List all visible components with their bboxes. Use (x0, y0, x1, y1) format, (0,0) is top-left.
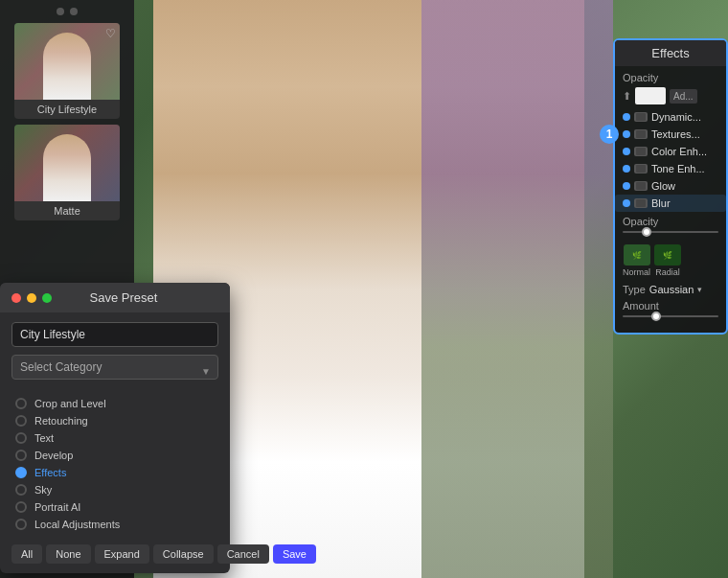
effects-panel-header: Effects (615, 40, 726, 66)
effect-name-glow: Glow (651, 180, 675, 192)
preset-name-input[interactable] (11, 322, 218, 347)
flower-background (421, 0, 613, 578)
effect-row-glow[interactable]: Glow (615, 177, 726, 195)
cancel-button[interactable]: Cancel (217, 544, 269, 564)
effect-row-color-enh[interactable]: Color Enh... (615, 143, 726, 160)
svg-rect-3 (636, 165, 646, 173)
category-select[interactable]: Select Category (11, 355, 218, 380)
opacity-section: Opacity ⬆ Ad... (615, 66, 726, 108)
category-item-text[interactable]: Text (11, 429, 218, 447)
opacity-ad-button[interactable]: Ad... (670, 89, 697, 104)
cat-label-crop: Crop and Level (34, 398, 106, 409)
effect-name-tone-enh: Tone Enh... (651, 163, 705, 174)
all-button[interactable]: All (11, 544, 42, 564)
effect-row-blur[interactable]: Blur (615, 195, 726, 212)
effect-row-textures[interactable]: 1 Textures... (615, 126, 726, 143)
traffic-light-yellow[interactable] (27, 293, 36, 303)
thumbnail-label-1: City Lifestyle (14, 100, 120, 119)
badge-1: 1 (600, 125, 619, 144)
blur-opacity-thumb[interactable] (642, 227, 651, 237)
blur-normal-icon: 🌿 (624, 244, 650, 266)
save-button[interactable]: Save (273, 544, 316, 564)
svg-rect-4 (636, 182, 646, 190)
effect-dot-blur (623, 199, 630, 207)
thumbnail-matte[interactable]: Matte (14, 125, 120, 220)
category-item-effects[interactable]: Effects (11, 464, 218, 481)
amount-row: Amount (615, 298, 726, 323)
thumbnail-img-1: ♡ (14, 23, 120, 100)
blur-type-normal[interactable]: 🌿 Normal (623, 244, 650, 277)
type-value: Gaussian (649, 284, 694, 295)
category-item-develop[interactable]: Develop (11, 447, 218, 464)
effects-panel: Effects Opacity ⬆ Ad... Dynamic... 1 Tex… (613, 38, 728, 335)
cat-label-portrait-ai: Portrait AI (34, 501, 80, 513)
cat-radio-retouching (15, 415, 27, 427)
category-select-wrapper: Select Category ▼ (11, 355, 218, 387)
blur-type-icons: 🌿 Normal 🌿 Radial (615, 241, 726, 281)
traffic-light-red[interactable] (11, 293, 21, 303)
blur-opacity-label: Opacity (623, 216, 718, 227)
category-item-sky[interactable]: Sky (11, 481, 218, 498)
category-list: Crop and Level Retouching Text Develop E… (11, 395, 218, 533)
cat-radio-effects (15, 467, 27, 478)
opacity-box (635, 87, 666, 104)
collapse-button[interactable]: Collapse (153, 544, 214, 564)
opacity-row: ⬆ Ad... (623, 87, 718, 104)
effect-vis-color-enh (634, 147, 648, 156)
effect-dot-color-enh (623, 148, 630, 155)
thumb-person-2 (43, 134, 91, 201)
blur-opacity-slider[interactable] (623, 231, 718, 233)
category-item-portrait-ai[interactable]: Portrait AI (11, 498, 218, 516)
cat-label-develop: Develop (34, 450, 73, 461)
blur-normal-label: Normal (623, 267, 650, 277)
cat-label-sky: Sky (34, 484, 52, 496)
expand-button[interactable]: Expand (95, 544, 149, 564)
type-chevron-icon: ▾ (697, 285, 702, 294)
thumb-person-1 (43, 33, 91, 100)
thumbnail-city-lifestyle[interactable]: ♡ City Lifestyle (14, 23, 120, 119)
type-label: Type (623, 284, 646, 295)
save-preset-dialog: Save Preset Select Category ▼ Crop and L… (0, 283, 230, 573)
category-item-crop[interactable]: Crop and Level (11, 395, 218, 412)
effect-dot-tone-enh (623, 165, 630, 173)
amount-slider-thumb[interactable] (651, 312, 661, 321)
effect-row-tone-enh[interactable]: Tone Enh... (615, 160, 726, 177)
effect-vis-glow (634, 181, 648, 191)
cat-label-retouching: Retouching (34, 415, 88, 427)
blur-type-radial[interactable]: 🌿 Radial (654, 244, 681, 277)
dialog-buttons: All None Expand Collapse Cancel Save (0, 539, 230, 566)
svg-rect-5 (636, 199, 646, 207)
thumbnail-img-2 (14, 125, 120, 201)
type-row[interactable]: Type Gaussian ▾ (615, 281, 726, 298)
blur-opacity-section: Opacity (615, 212, 726, 241)
cat-radio-portrait-ai (15, 501, 27, 513)
effect-vis-blur (634, 198, 648, 208)
effect-name-color-enh: Color Enh... (651, 146, 707, 157)
thumbnail-label-2: Matte (14, 201, 120, 220)
cat-radio-develop (15, 450, 27, 461)
amount-label: Amount (623, 300, 718, 312)
dialog-title-bar: Save Preset (0, 283, 230, 312)
cat-radio-text (15, 432, 27, 444)
cat-label-effects: Effects (34, 467, 66, 478)
effect-row-dynamic[interactable]: Dynamic... (615, 108, 726, 126)
effect-name-blur: Blur (651, 197, 671, 209)
none-button[interactable]: None (46, 544, 90, 564)
dialog-body: Select Category ▼ Crop and Level Retouch… (0, 312, 230, 539)
heart-icon[interactable]: ♡ (105, 27, 116, 40)
category-item-retouching[interactable]: Retouching (11, 412, 218, 429)
svg-rect-2 (636, 148, 646, 155)
dialog-title: Save Preset (57, 290, 190, 305)
cat-radio-crop (15, 398, 27, 409)
upload-icon: ⬆ (623, 90, 631, 103)
cat-radio-local (15, 519, 27, 530)
effect-dot-dynamic (623, 113, 630, 121)
svg-rect-0 (636, 113, 646, 121)
category-item-local[interactable]: Local Adjustments (11, 516, 218, 533)
traffic-light-green[interactable] (42, 293, 52, 303)
amount-slider[interactable] (623, 315, 718, 317)
effect-vis-dynamic (634, 112, 648, 122)
effect-name-dynamic: Dynamic... (651, 111, 701, 123)
effect-name-textures: Textures... (651, 128, 700, 140)
effect-dot-glow (623, 182, 630, 190)
